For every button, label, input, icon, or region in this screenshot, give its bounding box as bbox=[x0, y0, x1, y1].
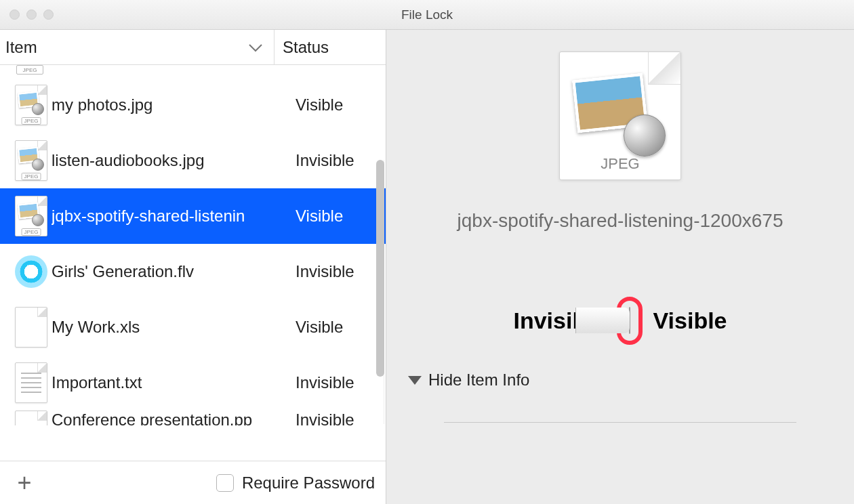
file-status: Visible bbox=[275, 96, 386, 114]
file-name: Conference presentation.pp bbox=[52, 411, 275, 425]
minimize-window-icon[interactable] bbox=[26, 9, 37, 20]
disclosure-triangle-icon bbox=[408, 376, 422, 385]
require-password-label: Require Password bbox=[242, 474, 375, 492]
hide-item-info-disclosure[interactable]: Hide Item Info bbox=[408, 371, 832, 390]
file-name: my photos.jpg bbox=[52, 96, 275, 114]
file-name: Girls' Generation.flv bbox=[52, 262, 275, 281]
list-item[interactable]: Important.txtInvisible bbox=[0, 355, 386, 411]
file-status: Invisible bbox=[275, 151, 386, 170]
file-preview-thumbnail: JPEG bbox=[559, 51, 681, 180]
scrollbar[interactable] bbox=[376, 160, 384, 424]
file-status: Invisible bbox=[275, 262, 386, 281]
text-file-icon bbox=[15, 362, 47, 403]
require-password-checkbox[interactable] bbox=[216, 474, 234, 492]
blank-file-icon bbox=[15, 307, 47, 348]
disclosure-label: Hide Item Info bbox=[428, 371, 529, 390]
visibility-toggle-row: Invisible Visible bbox=[408, 297, 832, 345]
annotation-highlight-box bbox=[617, 297, 643, 345]
blank-file-icon bbox=[15, 411, 47, 425]
file-status: Visible bbox=[275, 318, 386, 337]
file-status: Visible bbox=[275, 207, 386, 226]
column-header-item-label: Item bbox=[5, 38, 37, 57]
file-status: Invisible bbox=[275, 373, 386, 392]
list-item[interactable]: Girls' Generation.flvInvisible bbox=[0, 244, 386, 299]
toggle-knob-icon bbox=[629, 308, 630, 333]
file-name: jqbx-spotify-shared-listenin bbox=[52, 207, 275, 226]
add-button[interactable]: + bbox=[11, 469, 38, 497]
window-title: File Lock bbox=[0, 7, 854, 22]
column-header-row: Item Status bbox=[0, 30, 386, 65]
file-type-tag: JPEG bbox=[16, 65, 43, 75]
file-name: My Work.xls bbox=[52, 318, 275, 337]
preview-pane: JPEG jqbx-spotify-shared-listening-1200x… bbox=[386, 30, 854, 504]
file-list-pane: Item Status JPEG JPEGmy photos.jpgVisibl… bbox=[0, 30, 386, 504]
toggle-label-visible: Visible bbox=[653, 308, 727, 334]
file-list[interactable]: JPEG JPEGmy photos.jpgVisibleJPEGlisten-… bbox=[0, 65, 386, 461]
window-titlebar: File Lock bbox=[0, 0, 854, 30]
file-name: listen-audiobooks.jpg bbox=[52, 151, 275, 170]
column-header-status[interactable]: Status bbox=[274, 30, 386, 64]
magnifier-lens-icon bbox=[624, 114, 666, 156]
visibility-toggle[interactable] bbox=[629, 307, 630, 334]
sort-chevron-icon bbox=[248, 38, 263, 57]
list-item[interactable]: JPEGmy photos.jpgVisible bbox=[0, 77, 386, 133]
window-traffic-lights bbox=[9, 9, 54, 20]
list-item[interactable]: Conference presentation.ppInvisible bbox=[0, 411, 386, 425]
image-file-icon: JPEG bbox=[15, 85, 47, 125]
zoom-window-icon[interactable] bbox=[43, 9, 54, 20]
image-file-icon: JPEG bbox=[15, 196, 47, 236]
video-play-icon bbox=[15, 255, 47, 288]
column-header-item[interactable]: Item bbox=[0, 30, 274, 64]
file-format-tag: JPEG bbox=[560, 155, 680, 173]
list-item[interactable]: JPEGjqbx-spotify-shared-listeninVisible bbox=[0, 188, 386, 244]
preview-filename: jqbx-spotify-shared-listening-1200x675 bbox=[408, 210, 832, 232]
separator-line bbox=[444, 422, 796, 423]
close-window-icon[interactable] bbox=[9, 9, 20, 20]
image-file-icon: JPEG bbox=[15, 140, 47, 181]
column-header-status-label: Status bbox=[283, 38, 329, 57]
file-status: Invisible bbox=[275, 411, 386, 425]
bottom-toolbar: + Require Password bbox=[0, 461, 386, 504]
file-name: Important.txt bbox=[52, 373, 275, 392]
list-item[interactable]: My Work.xlsVisible bbox=[0, 299, 386, 355]
scrollbar-thumb[interactable] bbox=[376, 160, 384, 377]
list-item[interactable]: JPEGlisten-audiobooks.jpgInvisible bbox=[0, 133, 386, 188]
list-item-cropped[interactable]: JPEG bbox=[0, 65, 386, 77]
